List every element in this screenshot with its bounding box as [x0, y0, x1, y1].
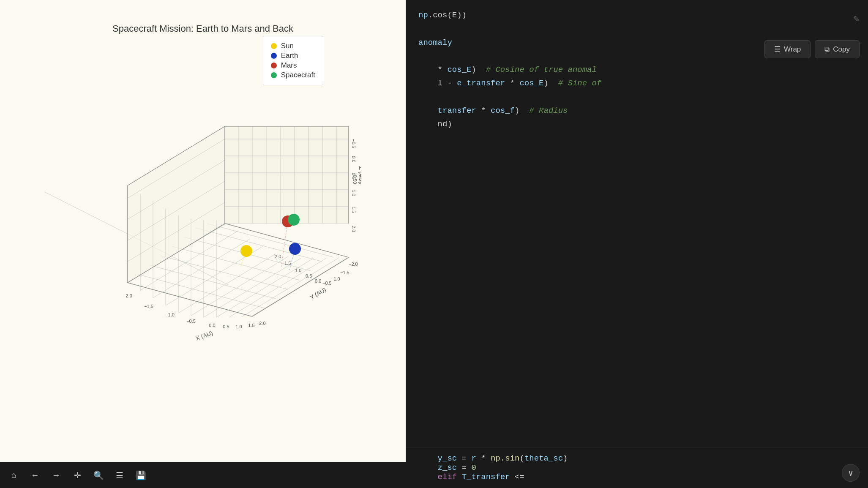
- code-line-9: nd): [418, 117, 855, 131]
- save-button[interactable]: 💾: [132, 466, 150, 484]
- svg-text:1.5: 1.5: [351, 207, 356, 213]
- svg-text:0.25: 0.25: [358, 175, 361, 184]
- home-button[interactable]: ⌂: [5, 466, 23, 484]
- pan-button[interactable]: ✛: [68, 466, 86, 484]
- left-panel: Spacecraft Mission: Earth to Mars and Ba…: [0, 0, 406, 488]
- forward-button[interactable]: →: [47, 466, 65, 484]
- x-axis-label: X (AU): [195, 330, 214, 342]
- svg-text:−0.5: −0.5: [322, 281, 332, 286]
- wrap-label: Wrap: [784, 45, 801, 54]
- svg-text:0.0: 0.0: [315, 278, 321, 284]
- bottom-line-2: z_sc = 0: [418, 463, 855, 472]
- code-line-5: * cos_E) # Cosine of true anomal: [418, 63, 855, 76]
- svg-text:−1.5: −1.5: [144, 304, 153, 309]
- copy-label: Copy: [833, 45, 850, 54]
- bottom-code: y_sc = r * np.sin(theta_sc) z_sc = 0 eli…: [406, 447, 868, 488]
- plot-container: Spacecraft Mission: Earth to Mars and Ba…: [0, 0, 406, 462]
- wrap-button[interactable]: ☰ Wrap: [764, 40, 811, 58]
- svg-text:−0.5: −0.5: [186, 319, 196, 324]
- code-toolbar: ☰ Wrap ⧉ Copy: [764, 40, 860, 58]
- svg-text:0.5: 0.5: [306, 273, 312, 278]
- svg-text:0.50: 0.50: [352, 175, 358, 184]
- right-panel: ✎ ☰ Wrap ⧉ Copy np.cos(E)) anomaly * cos…: [406, 0, 868, 488]
- edit-icon[interactable]: ✎: [854, 13, 860, 25]
- svg-text:2.0: 2.0: [351, 226, 356, 232]
- back-button[interactable]: ←: [26, 466, 44, 484]
- bottom-line-1: y_sc = r * np.sin(theta_sc): [418, 454, 855, 463]
- plot-svg: X (AU) Y (AU) Z (AU) −2.0 −1.5 −1.0 −0.5…: [44, 101, 361, 346]
- code-line-1: np.cos(E)): [418, 8, 855, 22]
- code-content: np.cos(E)) anomaly * cos_E) # Cosine of …: [406, 0, 868, 488]
- right-wall: [225, 126, 349, 224]
- svg-text:−1.0: −1.0: [331, 276, 340, 281]
- scroll-down-button[interactable]: ∨: [842, 464, 860, 482]
- svg-text:1.5: 1.5: [284, 261, 291, 266]
- svg-text:−0.5: −0.5: [351, 139, 356, 148]
- code-line-6: l - e_transfer * cos_E) # Sine of: [418, 76, 855, 90]
- svg-text:2.0: 2.0: [259, 321, 265, 326]
- svg-text:−1.5: −1.5: [340, 270, 349, 275]
- spacecraft-point: [288, 214, 300, 226]
- svg-text:1.5: 1.5: [248, 323, 254, 328]
- code-line-8: transfer * cos_f) # Radius: [418, 104, 855, 117]
- svg-text:−2.0: −2.0: [123, 293, 132, 298]
- svg-text:0.5: 0.5: [223, 324, 229, 329]
- zoom-button[interactable]: 🔍: [90, 466, 107, 484]
- svg-text:0.0: 0.0: [209, 323, 215, 328]
- copy-button[interactable]: ⧉ Copy: [815, 40, 860, 58]
- svg-text:1.0: 1.0: [235, 324, 242, 329]
- wrap-icon: ☰: [774, 45, 781, 54]
- copy-icon: ⧉: [824, 45, 830, 54]
- 3d-plot: X (AU) Y (AU) Z (AU) −2.0 −1.5 −1.0 −0.5…: [0, 21, 406, 426]
- svg-text:1.0: 1.0: [351, 190, 356, 196]
- plot-toolbar: ⌂ ← → ✛ 🔍 ☰ 💾: [0, 462, 406, 488]
- svg-text:2.0: 2.0: [275, 254, 281, 259]
- svg-marker-33: [225, 126, 349, 224]
- bottom-line-3: elif T_transfer <=: [418, 472, 855, 482]
- svg-text:1.0: 1.0: [295, 268, 301, 273]
- settings-button[interactable]: ☰: [111, 466, 128, 484]
- y-axis-label: Y (AU): [308, 286, 327, 301]
- svg-text:0.0: 0.0: [351, 156, 356, 162]
- svg-text:−1.0: −1.0: [165, 312, 175, 317]
- svg-text:−2.0: −2.0: [349, 262, 358, 267]
